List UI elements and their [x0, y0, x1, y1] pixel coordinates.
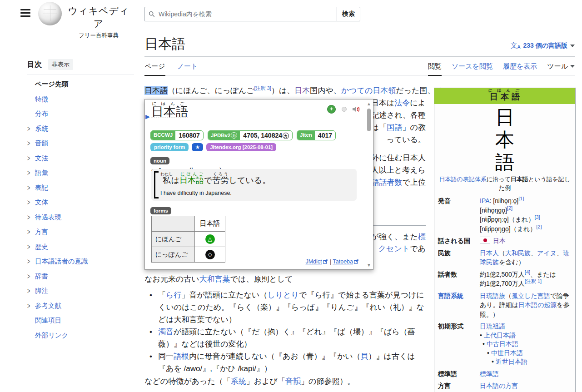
toc-link[interactable]: 日本語話者の意識	[35, 258, 88, 265]
wiki-link[interactable]: 語話者数	[372, 178, 403, 187]
toc-hide-button[interactable]: 非表示	[48, 59, 73, 70]
wiki-link[interactable]: 日琉祖語	[480, 323, 505, 330]
tab-ツール[interactable]: ツール	[547, 62, 575, 75]
toc-link[interactable]: 待遇表現	[35, 213, 61, 221]
circled-kana-icon: カ	[231, 132, 237, 139]
hamburger-menu-icon[interactable]	[20, 9, 30, 17]
toc-item: ページ先頭	[27, 77, 134, 92]
toc-link[interactable]: ページ先頭	[35, 80, 68, 88]
wiki-link[interactable]: 中世日本語	[491, 349, 523, 357]
toc-link[interactable]: 語彙	[35, 169, 48, 176]
wiki-link[interactable]: ら行	[166, 291, 181, 299]
wikipedia-brand[interactable]: ウィキペディア フリー百科事典	[65, 5, 133, 40]
wiki-link[interactable]: 系統	[231, 377, 246, 386]
wiki-link[interactable]: アイヌ	[537, 249, 557, 257]
reference-link[interactable]: [2]	[507, 205, 512, 211]
tab-ノート[interactable]: ノート	[177, 62, 198, 75]
wiki-link[interactable]: 日本人	[480, 249, 499, 257]
text: 約1億2,500万人	[480, 271, 525, 278]
wiki-link[interactable]: 孤立した言語	[512, 292, 550, 299]
calligraphy-character: 語	[434, 151, 575, 174]
reference-link[interactable]: [3]	[534, 214, 540, 220]
wiki-link[interactable]: 国語	[387, 123, 403, 132]
infobox-row-label: 初期形式	[434, 320, 480, 368]
jmdict-link[interactable]: JMdict	[305, 258, 322, 265]
secondary-add-icon[interactable]	[342, 107, 347, 112]
wiki-link[interactable]: 大和民族	[505, 249, 531, 257]
reference-link[interactable]: [4]	[525, 269, 530, 275]
toc-link[interactable]: 脚注	[35, 287, 48, 294]
audio-play-icon[interactable]	[353, 106, 360, 113]
wiki-link[interactable]: 日本語の表記体系	[439, 176, 487, 183]
search-box[interactable]	[144, 7, 337, 21]
wikipedia-globe-logo[interactable]	[38, 2, 62, 25]
search-button[interactable]: 検索	[337, 7, 360, 21]
wiki-link[interactable]: 法令	[394, 99, 410, 107]
visited-wiki-link[interactable]: 日本	[493, 237, 506, 244]
toc-item: 分布	[27, 106, 134, 121]
toc-link[interactable]: 文体	[35, 198, 48, 206]
scroll-up-icon[interactable]: ▲	[367, 101, 371, 106]
tab-ページ[interactable]: ページ	[144, 62, 165, 76]
wiki-link[interactable]: 上代日本語	[484, 332, 516, 339]
current-entry-marker-icon: ▶	[145, 113, 150, 120]
toc-link[interactable]: 関連項目	[35, 317, 61, 324]
reference-sup: [2]	[507, 205, 512, 211]
wiki-link[interactable]: 語根	[174, 352, 189, 361]
toc-link[interactable]: 方言	[35, 228, 48, 235]
wiki-link[interactable]: 貝	[361, 352, 368, 361]
wiki-link[interactable]: 大和言葉	[199, 275, 230, 283]
wiki-link[interactable]: 標準語	[480, 370, 499, 377]
bold-text: 日本語	[511, 176, 528, 183]
forms-row: にほんご△	[152, 232, 225, 247]
search-input[interactable]	[158, 10, 333, 18]
selected-text-highlight: 日本語	[144, 86, 168, 95]
toc-link[interactable]: 音韻	[35, 139, 48, 147]
toc-link[interactable]: 辞書	[35, 273, 48, 280]
popup-footer-links: JMdict | Tatoeba	[305, 258, 359, 265]
wiki-link[interactable]: 濁音	[158, 327, 174, 336]
external-link-icon	[323, 259, 328, 264]
reference-link[interactable]: [1]	[518, 196, 524, 201]
frequency-tag-JPDBv2: JPDBv2カ4705, 140824カ	[208, 130, 293, 140]
wiki-link[interactable]: IPA	[480, 197, 490, 204]
scrollbar-thumb[interactable]	[367, 109, 371, 131]
toc-link[interactable]: 参考文献	[35, 302, 61, 309]
toc-link[interactable]: 特徴	[35, 95, 48, 103]
wiki-link[interactable]: 日本語の方言	[480, 382, 518, 389]
visited-wiki-link[interactable]: 日本	[294, 86, 310, 95]
toc-link[interactable]: 外部リンク	[35, 332, 69, 339]
tab-ソースを閲覧[interactable]: ソースを閲覧	[452, 62, 493, 75]
add-note-icon[interactable]: +	[327, 105, 336, 114]
toc-link[interactable]: 表記	[35, 184, 48, 191]
tab-閲覧[interactable]: 閲覧	[428, 62, 442, 76]
wiki-link[interactable]: 日琉語族	[480, 292, 505, 299]
infobox-row-label[interactable]: 言語系統	[434, 290, 480, 321]
reference-link[interactable]: [注釈 3]	[254, 85, 271, 91]
tab-履歴を表示[interactable]: 履歴を表示	[503, 62, 537, 75]
wiki-link[interactable]: 音韻	[285, 377, 301, 386]
wiki-link[interactable]: 日本語の起源	[518, 301, 557, 308]
toc-link[interactable]: 系統	[35, 125, 48, 132]
toc-link[interactable]: 分布	[35, 110, 48, 117]
wiki-link[interactable]: 中古日本語	[487, 340, 518, 347]
japan-flag-icon	[480, 237, 490, 244]
wiki-link[interactable]: クセント	[378, 244, 410, 253]
article-text-fragment: は「国語」の教	[371, 121, 426, 134]
toc-item: >語彙	[27, 165, 134, 180]
wiki-link[interactable]: かつての日本領	[341, 86, 396, 95]
wiki-link[interactable]: 標	[418, 233, 426, 241]
wiki-link[interactable]: 近世日本語	[496, 358, 527, 365]
reference-link[interactable]: [注釈 1]	[525, 278, 542, 284]
reference-link[interactable]: [2]	[536, 224, 542, 229]
scroll-down-icon[interactable]: ▼	[367, 263, 371, 268]
language-versions-button[interactable]: 文A 233 個の言語版	[511, 41, 575, 50]
popup-scrollbar[interactable]: ▲ ▼	[366, 100, 372, 268]
tatoeba-link[interactable]: Tatoeba	[333, 258, 353, 265]
infobox-row-value: 日本人（大和民族、アイヌ、琉球民族を含む）	[480, 247, 575, 268]
toc-link[interactable]: 文法	[35, 154, 48, 162]
toc-link[interactable]: 歴史	[35, 243, 48, 250]
wiki-link[interactable]: しりとり	[267, 291, 299, 299]
language-icon: 文A	[511, 41, 521, 50]
chevron-down-icon	[570, 45, 575, 47]
